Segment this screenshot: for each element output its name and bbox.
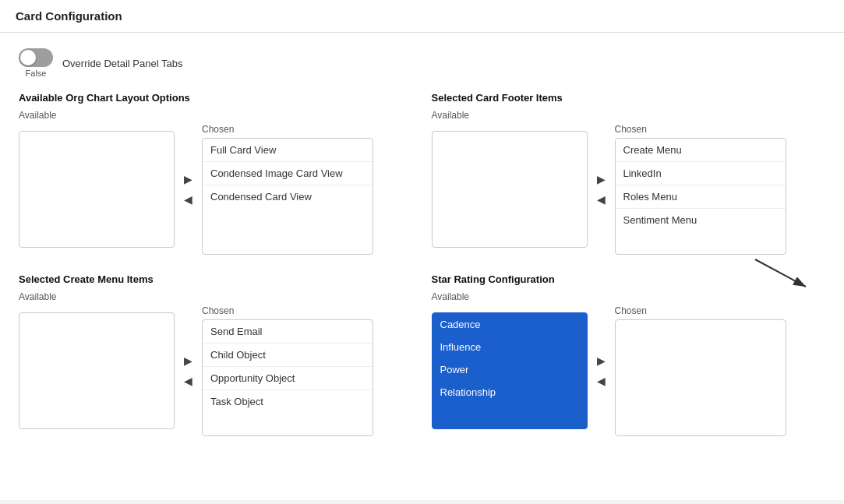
card-footer-chosen-list[interactable]: Create Menu LinkedIn Roles Menu Sentimen… xyxy=(615,138,786,255)
create-menu-dual-list: ▶ ◀ Chosen Send Email Child Object Oppor… xyxy=(19,305,373,436)
list-item[interactable]: Create Menu xyxy=(616,139,786,162)
override-toggle-row: False Override Detail Panel Tabs xyxy=(19,48,825,78)
card-footer-section: Selected Card Footer Items Available ▶ ◀… xyxy=(432,92,826,255)
create-menu-section: Selected Create Menu Items Available ▶ ◀… xyxy=(19,273,413,436)
org-chart-move-right[interactable]: ▶ xyxy=(181,171,196,187)
list-item[interactable]: LinkedIn xyxy=(616,162,786,185)
org-chart-available-list[interactable] xyxy=(19,131,175,248)
list-item[interactable]: Condensed Card View xyxy=(203,185,373,208)
card-footer-title: Selected Card Footer Items xyxy=(432,92,826,104)
card-footer-arrows: ▶ ◀ xyxy=(591,171,612,207)
list-item[interactable]: Power xyxy=(433,358,587,381)
org-chart-move-left[interactable]: ◀ xyxy=(181,192,196,207)
star-rating-dual-list: Cadence Influence Power Relationship ▶ ◀… xyxy=(432,305,786,436)
list-item[interactable]: Child Object xyxy=(203,344,373,367)
card-footer-available-label: Available xyxy=(432,110,786,121)
create-menu-title: Selected Create Menu Items xyxy=(19,273,413,285)
create-menu-chosen-list[interactable]: Send Email Child Object Opportunity Obje… xyxy=(202,319,373,436)
page-title: Card Configuration xyxy=(16,9,122,23)
create-menu-move-left[interactable]: ◀ xyxy=(181,373,196,389)
toggle-state-label: False xyxy=(26,69,47,78)
list-item[interactable]: Sentiment Menu xyxy=(616,209,786,231)
list-item[interactable]: Condensed Image Card View xyxy=(203,162,373,185)
org-chart-arrows: ▶ ◀ xyxy=(178,171,199,207)
list-item[interactable]: Influence xyxy=(433,336,587,358)
org-chart-chosen-list[interactable]: Full Card View Condensed Image Card View… xyxy=(202,138,373,255)
list-item[interactable]: Opportunity Object xyxy=(203,367,373,390)
card-footer-dual-list: ▶ ◀ Chosen Create Menu LinkedIn Roles Me… xyxy=(432,124,786,255)
star-rating-section: Star Rating Configuration Available xyxy=(432,273,826,436)
star-rating-chosen-list[interactable] xyxy=(615,319,786,436)
list-item[interactable]: Relationship xyxy=(433,381,587,404)
star-rating-arrows: ▶ ◀ xyxy=(591,353,612,389)
list-item[interactable]: Full Card View xyxy=(203,139,373,162)
star-rating-chosen-label: Chosen xyxy=(615,305,786,316)
card-footer-chosen-label: Chosen xyxy=(615,124,786,135)
create-menu-move-right[interactable]: ▶ xyxy=(181,353,196,368)
list-item[interactable]: Roles Menu xyxy=(616,185,786,209)
card-footer-move-right[interactable]: ▶ xyxy=(594,171,609,187)
org-chart-section: Available Org Chart Layout Options Avail… xyxy=(19,92,413,255)
page-header: Card Configuration xyxy=(0,0,844,33)
star-rating-title: Star Rating Configuration xyxy=(432,273,826,285)
org-chart-title: Available Org Chart Layout Options xyxy=(19,92,413,104)
list-item[interactable]: Cadence xyxy=(433,313,587,336)
toggle-description: Override Detail Panel Tabs xyxy=(62,58,182,69)
list-item[interactable]: Send Email xyxy=(203,320,373,344)
star-rating-move-left[interactable]: ◀ xyxy=(594,373,609,389)
create-menu-arrows: ▶ ◀ xyxy=(178,353,199,389)
org-chart-chosen-label: Chosen xyxy=(202,124,373,135)
star-rating-available-list[interactable]: Cadence Influence Power Relationship xyxy=(432,312,588,429)
star-rating-move-right[interactable]: ▶ xyxy=(594,353,609,368)
star-rating-available-label: Available xyxy=(432,291,786,302)
toggle-container: False xyxy=(19,48,53,78)
star-rating-available-box: Cadence Influence Power Relationship xyxy=(432,312,588,429)
create-menu-available-list[interactable] xyxy=(19,312,175,429)
org-chart-available-label: Available xyxy=(19,110,373,121)
card-footer-available-list[interactable] xyxy=(432,131,588,248)
org-chart-dual-list: ▶ ◀ Chosen Full Card View Condensed Imag… xyxy=(19,124,373,255)
card-footer-move-left[interactable]: ◀ xyxy=(594,192,609,207)
override-detail-panel-toggle[interactable] xyxy=(19,48,53,67)
list-item[interactable]: Task Object xyxy=(203,390,373,413)
create-menu-chosen-label: Chosen xyxy=(202,305,373,316)
create-menu-available-label: Available xyxy=(19,291,373,302)
